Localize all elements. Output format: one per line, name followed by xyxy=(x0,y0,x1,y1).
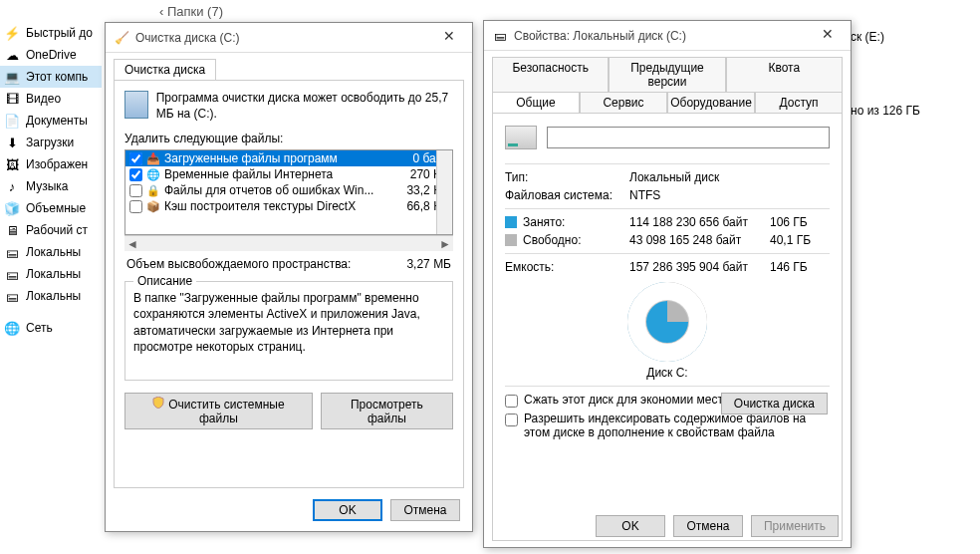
capacity-label: Емкость: xyxy=(505,260,629,274)
clean-system-files-button[interactable]: Очистить системные файлы xyxy=(124,393,313,429)
explorer-right-panel: ск (E:) но из 126 ГБ xyxy=(851,30,980,118)
file-list-row[interactable]: 📥Загруженные файлы программ0 байт xyxy=(125,150,452,166)
capacity-bytes: 157 286 395 904 байт xyxy=(629,260,770,274)
drive-name-input[interactable] xyxy=(547,127,830,148)
sidebar-item-label: Локальны xyxy=(26,245,81,259)
cleanup-panel: Программа очистки диска может освободить… xyxy=(114,80,464,488)
file-list[interactable]: 📥Загруженные файлы программ0 байт🌐Времен… xyxy=(124,149,453,235)
file-checkbox[interactable] xyxy=(129,200,142,213)
sidebar-item-4[interactable]: 📄Документы xyxy=(0,110,102,132)
free-gb: 40,1 ГБ xyxy=(770,233,830,247)
tab-Оборудование[interactable]: Оборудование xyxy=(667,92,755,113)
tab-set: БезопасностьПредыдущие версииКвота Общие… xyxy=(484,51,851,113)
file-type-icon: 📦 xyxy=(146,199,160,213)
file-name: Файлы для отчетов об ошибках Win... xyxy=(164,183,388,197)
sidebar-item-8[interactable]: 🧊Объемные xyxy=(0,197,102,219)
sidebar-item-label: Сеть xyxy=(26,321,53,335)
sidebar-item-label: Объемные xyxy=(26,201,86,215)
view-files-button[interactable]: Просмотреть файлы xyxy=(321,393,453,429)
tab-Квота[interactable]: Квота xyxy=(726,57,843,92)
file-checkbox[interactable] xyxy=(129,184,142,197)
sidebar-item-label: OneDrive xyxy=(26,48,77,62)
sidebar-item-10[interactable]: 🖴Локальны xyxy=(0,241,102,263)
titlebar[interactable]: 🖴 Свойства: Локальный диск (C:) ✕ xyxy=(484,21,851,51)
index-label: Разрешить индексировать содержимое файло… xyxy=(524,412,830,439)
sidebar-item-label: Локальны xyxy=(26,267,81,281)
sidebar-item-12[interactable]: 🖴Локальны xyxy=(0,285,102,307)
sidebar-icon: 🖴 xyxy=(4,244,20,260)
file-type-icon: 🔒 xyxy=(146,183,160,197)
sidebar-item-11[interactable]: 🖴Локальны xyxy=(0,263,102,285)
used-gb: 106 ГБ xyxy=(770,215,830,229)
sidebar-icon: ☁ xyxy=(4,47,20,63)
drive-properties-dialog: 🖴 Свойства: Локальный диск (C:) ✕ Безопа… xyxy=(483,20,852,548)
file-list-row[interactable]: 🌐Временные файлы Интернета270 КБ xyxy=(125,166,452,182)
sidebar-item-2[interactable]: 💻Этот компь xyxy=(0,66,102,88)
file-list-row[interactable]: 📦Кэш построителя текстуры DirectX66,8 КБ xyxy=(125,198,452,214)
sidebar-item-3[interactable]: 🎞Видео xyxy=(0,88,102,110)
tab-Доступ[interactable]: Доступ xyxy=(755,92,843,113)
sidebar-icon: 🖴 xyxy=(4,266,20,282)
apply-button[interactable]: Применить xyxy=(751,515,839,537)
sidebar-item-label: Рабочий ст xyxy=(26,223,88,237)
sidebar-item-label: Музыка xyxy=(26,179,68,193)
sidebar-item-label: Видео xyxy=(26,92,61,106)
ok-button[interactable]: OK xyxy=(313,499,382,521)
capacity-gb: 146 ГБ xyxy=(770,260,830,274)
index-checkbox-row[interactable]: Разрешить индексировать содержимое файло… xyxy=(505,412,830,439)
sidebar-icon: ♪ xyxy=(4,178,20,194)
drive-icon: 🖴 xyxy=(492,28,508,44)
description-title: Описание xyxy=(133,274,196,288)
sidebar-item-label: Загрузки xyxy=(26,136,74,149)
file-checkbox[interactable] xyxy=(129,152,142,165)
scrollbar-horizontal[interactable]: ◄► xyxy=(124,235,453,251)
usage-pie-chart xyxy=(627,282,707,362)
compress-checkbox[interactable] xyxy=(505,395,518,408)
sidebar-item-label: Документы xyxy=(26,114,88,128)
disk-cleanup-button[interactable]: Очистка диска xyxy=(721,393,828,415)
pie-label: Диск C: xyxy=(505,366,830,380)
tab-row: Очистка диска xyxy=(106,53,472,80)
scrollbar-vertical[interactable] xyxy=(436,150,452,234)
disk-cleanup-dialog: 🧹 Очистка диска (C:) ✕ Очистка диска Про… xyxy=(105,22,473,532)
sidebar-icon: 🎞 xyxy=(4,91,20,107)
sidebar-icon: 📄 xyxy=(4,113,20,129)
cancel-button[interactable]: Отмена xyxy=(673,515,743,537)
sidebar-item-1[interactable]: ☁OneDrive xyxy=(0,44,102,66)
used-bytes: 114 188 230 656 байт xyxy=(629,215,770,229)
tab-Безопасность[interactable]: Безопасность xyxy=(492,57,609,92)
sidebar-item-label: Локальны xyxy=(26,289,81,303)
cleanup-info-text: Программа очистки диска может освободить… xyxy=(156,91,453,122)
breadcrumb[interactable]: ‹ Папки (7) xyxy=(159,4,223,19)
tab-Предыдущие версии[interactable]: Предыдущие версии xyxy=(609,57,725,92)
disk-cleanup-icon: 🧹 xyxy=(114,30,129,46)
sidebar-icon: 🌐 xyxy=(4,320,20,336)
free-swatch-icon xyxy=(505,234,517,246)
sidebar-item-7[interactable]: ♪Музыка xyxy=(0,175,102,197)
sidebar-item-9[interactable]: 🖥Рабочий ст xyxy=(0,219,102,241)
file-checkbox[interactable] xyxy=(129,168,142,181)
cancel-button[interactable]: Отмена xyxy=(390,499,460,521)
tab-Общие[interactable]: Общие xyxy=(492,92,580,113)
description-group: Описание В папке "Загруженные файлы прог… xyxy=(124,281,453,381)
sidebar-item-0[interactable]: ⚡Быстрый до xyxy=(0,22,102,44)
ok-button[interactable]: OK xyxy=(596,515,665,537)
close-button[interactable]: ✕ xyxy=(813,26,843,46)
index-checkbox[interactable] xyxy=(505,414,518,426)
file-list-row[interactable]: 🔒Файлы для отчетов об ошибках Win...33,2… xyxy=(125,182,452,198)
description-text: В папке "Загруженные файлы программ" вре… xyxy=(133,290,444,355)
sidebar-icon: ⬇ xyxy=(4,135,20,150)
disk-icon xyxy=(124,91,148,119)
sidebar-item-label: Быстрый до xyxy=(26,26,93,40)
file-type-icon: 📥 xyxy=(146,151,160,165)
tab-cleanup[interactable]: Очистка диска xyxy=(114,59,216,80)
tab-Сервис[interactable]: Сервис xyxy=(580,92,667,113)
dialog-title: Свойства: Локальный диск (C:) xyxy=(514,29,813,43)
total-space-label: Объем высвобождаемого пространства: xyxy=(126,257,351,271)
titlebar[interactable]: 🧹 Очистка диска (C:) ✕ xyxy=(106,23,472,53)
sidebar-item-6[interactable]: 🖼Изображен xyxy=(0,153,102,175)
sidebar-item-13[interactable]: 🌐Сеть xyxy=(0,317,102,339)
sidebar-item-5[interactable]: ⬇Загрузки xyxy=(0,132,102,153)
total-space-value: 3,27 МБ xyxy=(406,257,451,271)
close-button[interactable]: ✕ xyxy=(434,28,464,48)
